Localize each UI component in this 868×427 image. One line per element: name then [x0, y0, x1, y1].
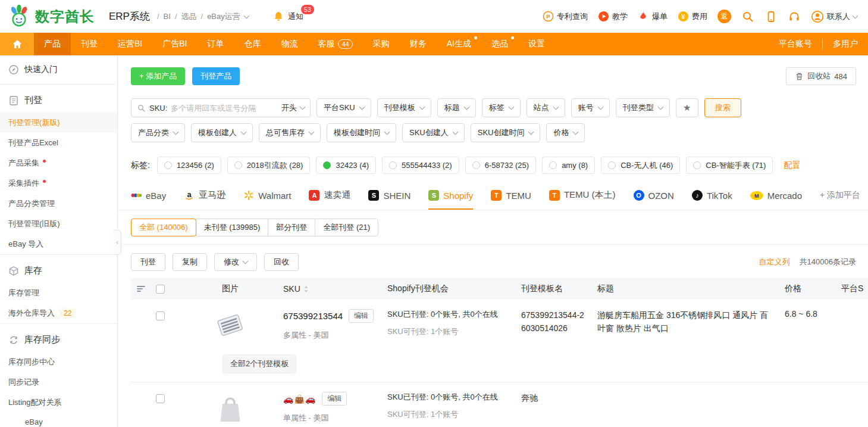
filter-dropdown-title[interactable]: 标题: [437, 98, 476, 117]
sidebar-item-ebay-import[interactable]: eBay 导入: [0, 234, 117, 254]
publish-button[interactable]: 刊登: [131, 253, 165, 271]
row-checkbox[interactable]: [156, 394, 165, 403]
breadcrumb-item-ebay-operation[interactable]: eBay运营: [207, 11, 240, 22]
sidebar-section-inventory-sync[interactable]: 库存同步: [0, 324, 117, 352]
sidebar-section-inventory[interactable]: 库存: [0, 255, 117, 283]
publish-product-button[interactable]: 刊登产品: [192, 67, 240, 85]
platform-tab-shopify[interactable]: S Shopify: [428, 190, 473, 210]
sidebar-section-listing[interactable]: 刊登: [0, 85, 117, 113]
nav-item-listing[interactable]: 刊登: [71, 33, 108, 55]
fee-link[interactable]: ¥ 费用: [678, 11, 707, 22]
sidebar-item-listing-management-old[interactable]: 刊登管理(旧版): [0, 214, 117, 234]
product-image[interactable]: [213, 309, 247, 342]
patent-search-link[interactable]: P 专利查询: [543, 11, 588, 22]
filter-dropdown-sku-create-time[interactable]: SKU创建时间: [471, 123, 541, 142]
nav-item-platform-accounts[interactable]: 平台账号: [769, 33, 822, 55]
nav-item-purchase[interactable]: 采购: [363, 33, 400, 55]
nav-item-customer-service[interactable]: 客服 44: [308, 33, 362, 55]
filter-dropdown-listing-template[interactable]: 刊登模板: [377, 98, 431, 117]
nav-item-orders[interactable]: 订单: [197, 33, 234, 55]
header-search-button[interactable]: [741, 10, 754, 23]
teaching-link[interactable]: 教学: [598, 11, 628, 22]
filter-dropdown-price[interactable]: 价格: [546, 123, 585, 142]
search-button[interactable]: 搜索: [704, 98, 741, 117]
status-tab-partial[interactable]: 部分刊登: [268, 219, 315, 236]
filter-dropdown-template-create-time[interactable]: 模板创建时间: [327, 123, 396, 142]
edit-button[interactable]: 编辑: [349, 309, 374, 323]
hot-sale-link[interactable]: 爆单: [638, 11, 668, 22]
app-logo[interactable]: 数字酋长: [7, 5, 95, 29]
tag-option-amy[interactable]: amy (8): [542, 157, 595, 174]
nav-item-multi-user[interactable]: 多用户: [823, 33, 868, 55]
platform-tab-aliexpress[interactable]: A 速卖通: [309, 189, 350, 210]
match-mode-dropdown[interactable]: 开头: [281, 102, 305, 113]
nav-item-product-selection[interactable]: 选品: [481, 33, 518, 55]
filter-dropdown-template-creator[interactable]: 模板创建人: [191, 123, 253, 142]
nav-item-ai-generate[interactable]: AI生成: [437, 33, 481, 55]
support-button[interactable]: [788, 10, 801, 23]
sidebar-item-sync-records[interactable]: 同步记录: [0, 372, 117, 392]
platform-tab-tiktok[interactable]: ♪ TikTok: [692, 190, 732, 210]
filter-dropdown-sku-creator[interactable]: SKU创建人: [402, 123, 465, 142]
sidebar-item-mapping-ebay[interactable]: eBay: [0, 413, 117, 427]
contact-menu[interactable]: 联系人: [811, 10, 857, 23]
nav-item-ad-bi[interactable]: 广告BI: [152, 33, 197, 55]
platform-tab-mercado[interactable]: M Mercado: [750, 191, 802, 210]
platform-tab-amazon[interactable]: a 亚马逊: [184, 189, 225, 210]
sidebar-item-overseas-warehouse-import[interactable]: 海外仓库导入 22: [0, 303, 117, 323]
copy-button[interactable]: 复制: [173, 253, 207, 271]
tag-option-555544433[interactable]: 555544433 (2): [382, 157, 459, 174]
sidebar-item-inventory-sync-center[interactable]: 库存同步中心: [0, 352, 117, 372]
tags-config-link[interactable]: 配置: [784, 160, 800, 171]
platform-tab-ebay[interactable]: eBay: [131, 190, 166, 210]
tag-option-cb-drone[interactable]: CB-无人机 (46): [601, 157, 680, 174]
sidebar-item-product-category-management[interactable]: 产品分类管理: [0, 194, 117, 214]
tag-option-2018[interactable]: 2018引流款 (28): [227, 157, 311, 174]
tag-option-cb-smartwatch[interactable]: CB-智能手表 (71): [686, 157, 773, 174]
filter-dropdown-site[interactable]: 站点: [527, 98, 565, 117]
rebate-button[interactable]: 返: [717, 10, 731, 23]
nav-item-finance[interactable]: 财务: [400, 33, 437, 55]
filter-dropdown-product-category[interactable]: 产品分类: [131, 123, 185, 142]
sidebar-item-listing-management-new[interactable]: 刊登管理(新版): [0, 113, 117, 133]
status-tab-unlisted[interactable]: 未刊登 (139985): [196, 219, 269, 236]
nav-item-product[interactable]: 产品: [34, 33, 71, 55]
platform-tab-ozon[interactable]: O OZON: [634, 190, 674, 210]
nav-item-operation-bi[interactable]: 运营BI: [108, 33, 152, 55]
sidebar-item-listing-mapping[interactable]: Listing配对关系: [0, 392, 117, 413]
sku-search-box[interactable]: SKU: 开头: [131, 98, 311, 117]
nav-item-warehouse[interactable]: 仓库: [234, 33, 271, 55]
platform-tab-temu[interactable]: T TEMU: [491, 190, 531, 210]
select-all-checkbox[interactable]: [156, 285, 165, 294]
row-checkbox[interactable]: [156, 311, 165, 320]
mobile-app-button[interactable]: [764, 10, 778, 23]
favorite-filter-button[interactable]: ★: [676, 98, 698, 117]
tag-option-6-58732[interactable]: 6-58732 (25): [465, 157, 536, 174]
home-button[interactable]: [0, 33, 34, 55]
recycle-bin-button[interactable]: 回收站 484: [786, 67, 856, 85]
filter-dropdown-account[interactable]: 账号: [571, 98, 610, 117]
sidebar-item-quick-start[interactable]: 快速入门: [0, 55, 117, 84]
sku-input[interactable]: [171, 104, 278, 113]
sidebar-item-collection-plugin[interactable]: 采集插件: [0, 173, 117, 194]
column-header-sku[interactable]: SKU: [283, 284, 383, 294]
sidebar-collapse-handle[interactable]: ‹: [114, 230, 121, 255]
expand-templates-button[interactable]: 全部2个刊登模板: [223, 354, 296, 373]
breadcrumb-item-selection[interactable]: 选品: [181, 11, 197, 22]
breadcrumb-item-bi[interactable]: BI: [164, 12, 171, 21]
add-product-button[interactable]: + 添加产品: [131, 67, 185, 85]
filter-dropdown-tag[interactable]: 标签: [482, 98, 521, 117]
filter-dropdown-total-stock[interactable]: 总可售库存: [259, 123, 321, 142]
filter-dropdown-platform-sku[interactable]: 平台SKU: [317, 98, 371, 117]
nav-item-settings[interactable]: 设置: [518, 33, 555, 55]
modify-dropdown-button[interactable]: 修改: [214, 253, 257, 271]
sidebar-item-inventory-management[interactable]: 库存管理: [0, 283, 117, 303]
sidebar-item-listing-product-excel[interactable]: 刊登产品Excel: [0, 133, 117, 153]
filter-dropdown-listing-type[interactable]: 刊登类型: [616, 98, 670, 117]
add-platform-button[interactable]: + 添加平台: [820, 190, 860, 210]
custom-columns-link[interactable]: 自定义列: [759, 257, 790, 267]
platform-tab-shein[interactable]: S SHEIN: [368, 190, 411, 210]
recycle-button[interactable]: 回收: [264, 253, 299, 271]
tag-option-32423[interactable]: 32423 (4): [316, 157, 376, 174]
edit-button[interactable]: 编辑: [322, 392, 347, 406]
